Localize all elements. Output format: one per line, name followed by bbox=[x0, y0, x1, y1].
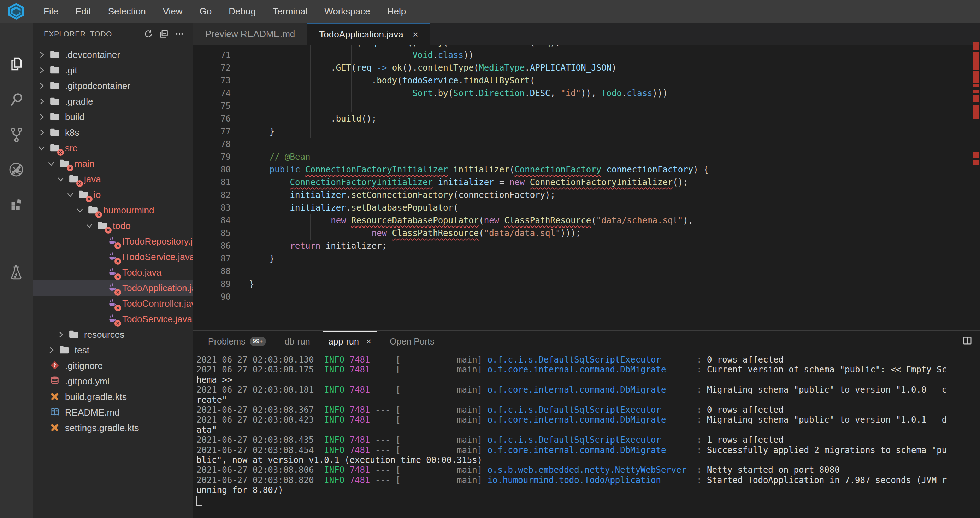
menu-view[interactable]: View bbox=[157, 4, 189, 19]
tree-item-k8s[interactable]: k8s bbox=[32, 125, 193, 140]
code-editor[interactable]: 70 .POST(req -> ok().body(todoService.sa… bbox=[193, 45, 980, 330]
chevron-right-icon[interactable] bbox=[37, 81, 47, 91]
error-ruler-mark bbox=[972, 152, 979, 158]
tree-item-TodoApplication.java[interactable]: ✕TodoApplication.java bbox=[32, 280, 193, 296]
code-line-87: 87 } bbox=[193, 252, 980, 265]
activitybar-debug-icon[interactable] bbox=[0, 156, 32, 183]
chevron-right-icon[interactable] bbox=[37, 112, 47, 122]
tree-item-io[interactable]: ✕io bbox=[32, 187, 193, 202]
tree-item-todo[interactable]: ✕todo bbox=[32, 218, 193, 234]
activitybar-test-flask-icon[interactable] bbox=[0, 259, 32, 286]
overview-ruler[interactable] bbox=[970, 45, 980, 330]
editor-tab-todoapplication-java[interactable]: TodoApplication.java× bbox=[307, 22, 430, 45]
panel-tab-app-run[interactable]: app-run× bbox=[319, 331, 380, 352]
indent-guide bbox=[331, 45, 331, 138]
tree-item-label: main bbox=[75, 158, 94, 169]
tree-item-.gitpod.yml[interactable]: .gitpod.yml bbox=[32, 373, 193, 389]
code-line-content: .build(); bbox=[249, 112, 377, 125]
panel-tab-problems[interactable]: Problems99+ bbox=[199, 331, 275, 352]
tree-item-label: ITodoRepository.java bbox=[122, 236, 193, 247]
menu-debug[interactable]: Debug bbox=[223, 4, 262, 19]
chevron-down-icon[interactable] bbox=[75, 205, 85, 215]
tree-item-java[interactable]: ✕java bbox=[32, 171, 193, 187]
menu-file[interactable]: File bbox=[37, 4, 64, 19]
chevron-right-icon[interactable] bbox=[46, 345, 56, 355]
chevron-right-icon[interactable] bbox=[37, 128, 47, 137]
panel-layout-icon[interactable] bbox=[963, 336, 972, 347]
tree-item-test[interactable]: test bbox=[32, 343, 193, 358]
panel-tab-open-ports[interactable]: Open Ports bbox=[380, 331, 443, 352]
chevron-down-icon[interactable] bbox=[37, 143, 47, 153]
chevron-right-icon[interactable] bbox=[37, 65, 47, 75]
explorer-header: EXPLORER: TODO bbox=[32, 22, 193, 45]
line-number: 79 bbox=[193, 150, 231, 163]
chevron-down-icon[interactable] bbox=[84, 221, 94, 231]
code-line-content: initializer.setDatabasePopulator( bbox=[249, 201, 458, 214]
error-ruler-mark bbox=[972, 72, 979, 83]
activitybar-extensions-icon[interactable] bbox=[0, 192, 32, 219]
activitybar-files-icon[interactable] bbox=[0, 51, 32, 77]
tree-item-build[interactable]: build bbox=[32, 109, 193, 125]
tree-item-.gradle[interactable]: .gradle bbox=[32, 94, 193, 109]
terminal-output[interactable]: 2021-06-27 02:03:08.130 INFO 7481 --- [ … bbox=[196, 355, 980, 518]
tree-item-.gitpodcontainer[interactable]: .gitpodcontainer bbox=[32, 78, 193, 94]
menu-workspace[interactable]: Workspace bbox=[318, 4, 376, 19]
tree-item-.devcontainer[interactable]: .devcontainer bbox=[32, 47, 193, 62]
more-actions-icon[interactable] bbox=[173, 28, 186, 40]
kotlin-icon bbox=[49, 392, 61, 402]
tree-item-build.gradle.kts[interactable]: build.gradle.kts bbox=[32, 389, 193, 405]
chevron-down-icon[interactable] bbox=[46, 159, 56, 169]
code-line-content: public ConnectionFactoryInitializer init… bbox=[249, 163, 708, 176]
terminal-line: 2021-06-27 02:03:08.181 INFO 7481 --- [ … bbox=[196, 385, 980, 395]
line-number: 76 bbox=[193, 112, 231, 125]
activitybar-source-control-icon[interactable] bbox=[0, 121, 32, 148]
tree-item-ITodoRepository.java[interactable]: ✕ITodoRepository.java bbox=[32, 234, 193, 249]
tree-item-.git[interactable]: .git bbox=[32, 62, 193, 78]
chevron-right-icon[interactable] bbox=[37, 50, 47, 60]
collapse-all-icon[interactable] bbox=[158, 28, 170, 40]
activitybar-search-icon[interactable] bbox=[0, 86, 32, 113]
tree-item-main[interactable]: ✕main bbox=[32, 156, 193, 171]
folder-icon: ✕ bbox=[97, 220, 108, 231]
tree-item-humourmind[interactable]: ✕humourmind bbox=[32, 202, 193, 218]
gitpod-logo-icon[interactable] bbox=[0, 0, 32, 22]
tree-item-README.md[interactable]: README.md bbox=[32, 405, 193, 420]
tree-item-label: .gradle bbox=[65, 96, 93, 107]
tree-item-TodoService.java[interactable]: ✕TodoService.java bbox=[32, 311, 193, 327]
tree-item-TodoController.java[interactable]: ✕TodoController.java bbox=[32, 296, 193, 311]
close-icon[interactable]: × bbox=[366, 336, 371, 347]
code-line-90: 90 bbox=[193, 290, 980, 303]
code-line-content: new ClassPathResource("data/data.sql")))… bbox=[249, 227, 581, 239]
tree-item-settings.gradle.kts[interactable]: settings.gradle.kts bbox=[32, 420, 193, 436]
editor-tab-preview-readme-md[interactable]: Preview README.md bbox=[193, 22, 307, 45]
line-number: 85 bbox=[193, 227, 231, 239]
tree-item-ITodoService.java[interactable]: ✕ITodoService.java bbox=[32, 249, 193, 265]
tree-item-src[interactable]: ✕src bbox=[32, 140, 193, 156]
code-line-83: 83 initializer.setDatabasePopulator( bbox=[193, 201, 980, 214]
chevron-spacer bbox=[94, 314, 104, 324]
tree-item-.gitignore[interactable]: .gitignore bbox=[32, 358, 193, 373]
chevron-down-icon[interactable] bbox=[65, 190, 75, 200]
refresh-icon[interactable] bbox=[142, 28, 154, 40]
chevron-down-icon[interactable] bbox=[56, 174, 66, 184]
tree-item-Todo.java[interactable]: ✕Todo.java bbox=[32, 265, 193, 280]
error-ruler-mark bbox=[972, 52, 979, 70]
chevron-right-icon[interactable] bbox=[56, 330, 66, 339]
code-line-71: 71 Void.class)) bbox=[193, 49, 980, 62]
menu-edit[interactable]: Edit bbox=[69, 4, 97, 19]
indent-guide bbox=[310, 45, 310, 138]
menu-selection[interactable]: Selection bbox=[102, 4, 152, 19]
menu-help[interactable]: Help bbox=[381, 4, 412, 19]
menu-go[interactable]: Go bbox=[194, 4, 218, 19]
panel-tab-db-run[interactable]: db-run bbox=[275, 331, 319, 352]
close-icon[interactable]: × bbox=[413, 29, 418, 40]
terminal-text: ata" bbox=[196, 425, 217, 435]
tree-item-resources[interactable]: resources bbox=[32, 327, 193, 343]
chevron-right-icon[interactable] bbox=[37, 96, 47, 106]
folder-icon bbox=[68, 329, 80, 340]
ide-window: { "titlebar": { "menus": ["File","Edit",… bbox=[0, 0, 980, 518]
folder-icon bbox=[49, 127, 61, 138]
error-badge: ✕ bbox=[115, 289, 121, 296]
menu-terminal[interactable]: Terminal bbox=[267, 4, 313, 19]
tree-item-label: k8s bbox=[65, 127, 79, 138]
